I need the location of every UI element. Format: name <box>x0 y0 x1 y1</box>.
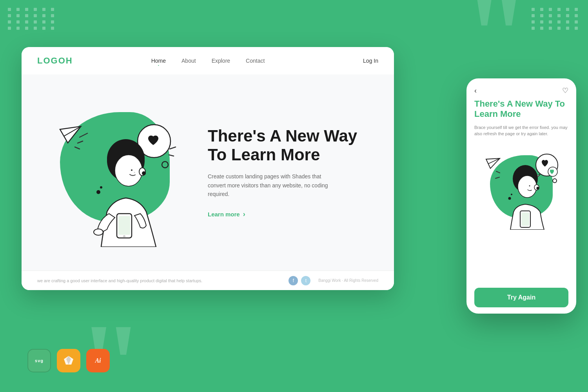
nav-link-about[interactable]: About <box>181 58 196 64</box>
svg-point-18 <box>123 235 125 238</box>
nav-link-contact[interactable]: Contact <box>246 58 265 64</box>
facebook-icon[interactable]: f <box>289 276 298 285</box>
desktop-card: LOGOH Home About Explore Contact Log In <box>22 47 394 290</box>
desktop-footer: we are crafting a good user interface an… <box>22 270 394 290</box>
bottom-badges: svg Ai <box>27 349 110 372</box>
ai-badge: Ai <box>86 349 110 372</box>
sketch-icon <box>62 354 75 367</box>
mobile-hero-illustration <box>478 143 564 230</box>
svg-point-28 <box>518 176 537 198</box>
svg-point-13 <box>142 171 146 175</box>
hero-text-section: There's A New Way To Learn More Create c… <box>208 127 394 219</box>
nav-link-explore[interactable]: Explore <box>212 58 230 64</box>
grid-dots-topright <box>532 8 580 30</box>
mobile-footer: Try Again <box>466 281 576 314</box>
svg-point-19 <box>94 229 103 235</box>
mobile-description: Brace yourself till we get the error fix… <box>474 124 568 137</box>
svg-point-20 <box>96 190 100 194</box>
svg-line-7 <box>169 155 174 156</box>
svg-line-3 <box>78 141 83 143</box>
svg-point-14 <box>131 169 132 171</box>
mobile-card: ‹ ♡ There's A New Way To Learn More Brac… <box>466 78 576 314</box>
sketch-badge <box>57 349 80 372</box>
learn-more-button[interactable]: Learn more › <box>208 210 245 218</box>
svg-point-5 <box>162 162 168 168</box>
footer-tagline: we are crafting a good user interface an… <box>37 278 202 283</box>
svg-line-8 <box>75 147 80 149</box>
svg-rect-33 <box>521 212 529 226</box>
svg-badge: svg <box>27 349 51 372</box>
svg-point-21 <box>100 186 102 189</box>
svg-rect-17 <box>118 216 130 235</box>
desktop-hero: There's A New Way To Learn More Create c… <box>22 74 394 270</box>
footer-social: f t <box>289 276 310 285</box>
footer-copyright: Banggi Work · All Rights Reserved <box>318 278 378 283</box>
nav-logo: LOGOH <box>37 56 73 66</box>
svg-line-6 <box>170 147 176 149</box>
arrow-icon: › <box>243 210 245 218</box>
nav-links: Home About Explore Contact <box>151 58 265 64</box>
hero-illustration <box>40 98 189 247</box>
nav-login-button[interactable]: Log In <box>363 58 378 64</box>
svg-point-34 <box>508 197 511 200</box>
back-button[interactable]: ‹ <box>474 87 477 95</box>
nav-link-home[interactable]: Home <box>151 58 166 64</box>
mobile-title: There's A New Way To Learn More <box>474 99 568 120</box>
svg-point-30 <box>537 187 539 189</box>
twitter-icon[interactable]: t <box>301 276 310 285</box>
svg-line-37 <box>495 177 499 178</box>
heart-icon[interactable]: ♡ <box>562 86 568 95</box>
svg-point-15 <box>134 172 135 173</box>
mobile-illustration <box>474 143 568 230</box>
svg-point-31 <box>529 185 530 186</box>
mobile-content: There's A New Way To Learn More Brace yo… <box>466 99 576 281</box>
svg-line-36 <box>496 171 500 173</box>
svg-point-35 <box>511 194 512 195</box>
ai-badge-label: Ai <box>95 357 101 364</box>
grid-dots-topleft <box>8 8 56 30</box>
hero-title: There's A New Way To Learn More <box>208 127 374 165</box>
mobile-topbar: ‹ ♡ <box>466 78 576 99</box>
hero-illustration-area <box>22 82 208 263</box>
desktop-navbar: LOGOH Home About Explore Contact Log In <box>22 47 394 74</box>
try-again-button[interactable]: Try Again <box>474 288 568 307</box>
hero-description: Create custom landing pages with Shades … <box>208 172 333 198</box>
svg-line-2 <box>80 133 87 137</box>
svg-point-25 <box>553 179 557 183</box>
svg-point-11 <box>115 155 142 186</box>
svg-badge-label: svg <box>35 358 44 363</box>
